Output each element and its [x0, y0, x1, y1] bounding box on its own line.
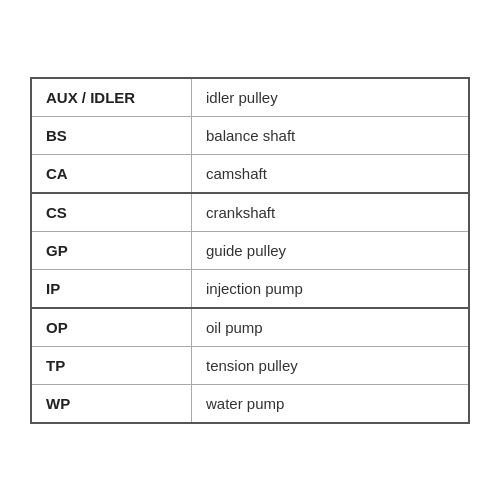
table-row: GPguide pulley [32, 232, 468, 270]
description-cell: injection pump [192, 270, 468, 307]
description-cell: guide pulley [192, 232, 468, 269]
abbreviation-cell: WP [32, 385, 192, 422]
table-row: TPtension pulley [32, 347, 468, 385]
description-cell: oil pump [192, 309, 468, 346]
table-row: IPinjection pump [32, 270, 468, 309]
description-cell: idler pulley [192, 79, 468, 116]
description-cell: balance shaft [192, 117, 468, 154]
description-cell: crankshaft [192, 194, 468, 231]
abbreviation-cell: CS [32, 194, 192, 231]
table-row: WPwater pump [32, 385, 468, 422]
table-row: CScrankshaft [32, 194, 468, 232]
abbreviation-cell: TP [32, 347, 192, 384]
description-cell: camshaft [192, 155, 468, 192]
table-row: CAcamshaft [32, 155, 468, 194]
abbreviation-cell: BS [32, 117, 192, 154]
abbreviation-cell: IP [32, 270, 192, 307]
abbreviation-cell: CA [32, 155, 192, 192]
abbreviation-cell: OP [32, 309, 192, 346]
table-row: BSbalance shaft [32, 117, 468, 155]
abbreviations-table: AUX / IDLERidler pulleyBSbalance shaftCA… [30, 77, 470, 424]
table-row: OPoil pump [32, 309, 468, 347]
description-cell: tension pulley [192, 347, 468, 384]
abbreviation-cell: AUX / IDLER [32, 79, 192, 116]
description-cell: water pump [192, 385, 468, 422]
table-row: AUX / IDLERidler pulley [32, 79, 468, 117]
abbreviation-cell: GP [32, 232, 192, 269]
